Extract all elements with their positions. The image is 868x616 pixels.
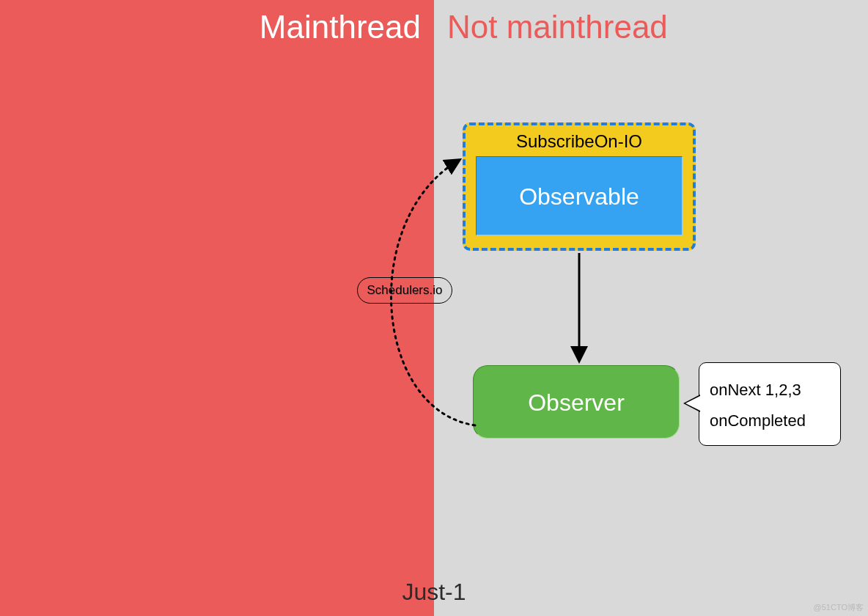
callout-tail (685, 396, 700, 411)
schedulers-label: Schedulers.io (357, 277, 452, 304)
mainthread-panel (0, 0, 434, 616)
callout-line-2: onCompleted (710, 406, 830, 436)
callout-line-1: onNext 1,2,3 (710, 375, 830, 406)
subscribe-label: SubscribeOn-IO (476, 131, 683, 152)
heading-mainthread: Mainthread (260, 9, 421, 45)
observable-box: Observable (476, 156, 683, 235)
footer-label: Just-1 (0, 579, 868, 606)
heading-not-mainthread: Not mainthread (447, 9, 668, 45)
observer-box: Observer (473, 365, 680, 439)
subscribe-on-io-box: SubscribeOn-IO Observable (463, 122, 696, 251)
callout-box: onNext 1,2,3 onCompleted (699, 362, 841, 446)
watermark: @51CTO博客 (814, 602, 864, 613)
